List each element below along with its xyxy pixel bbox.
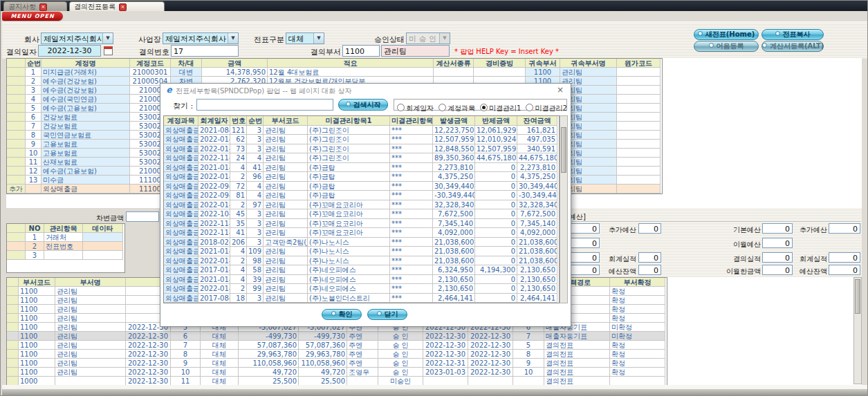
cell: 2,273,810 — [517, 163, 557, 173]
budget-left-r3v2[interactable]: 0 — [638, 252, 661, 263]
radio-option-1[interactable]: 계정과목 — [438, 104, 475, 113]
cell: 관리팀 — [55, 287, 126, 296]
chevron-down-icon[interactable]: ▼ — [102, 33, 113, 44]
budget-right-r2v1[interactable]: 0 — [762, 238, 793, 248]
site-select[interactable]: 제일저지주식회사▼ — [163, 32, 239, 44]
radio-icon[interactable] — [397, 104, 405, 111]
table-row[interactable]: 외상매출금2022-01-31733관리팀(주)그린조이***12,848,55… — [164, 144, 559, 154]
menu-open-badge[interactable]: MENU OPEN — [2, 12, 63, 21]
tab-notice[interactable]: 공지사항× — [3, 1, 67, 11]
header-cell: 금액 — [202, 59, 268, 68]
table-row[interactable]: 외상매출금2021-01-004109관리팀(주)나노시스***21,038,6… — [164, 247, 559, 256]
cell: 외상매출금 — [164, 209, 198, 219]
cell — [7, 95, 26, 104]
budget-left-r1v2[interactable]: 0 — [638, 223, 661, 234]
find-input[interactable] — [196, 99, 333, 111]
dialog-title-bar[interactable]: e 전표세부항목(SPNDCDPop) 팝업 -- 웹 페이지 대화 상자 × — [160, 84, 571, 97]
table-row[interactable]: 1100관리팀2022-12-309대체110,058,960110,058,9… — [7, 359, 667, 368]
slip-type-select[interactable]: 대체▼ — [286, 32, 324, 44]
table-row[interactable]: 외상매출금2022-01-31623관리팀(주)그린조이***12,507,95… — [164, 135, 559, 144]
cell: 7,672,500 — [517, 209, 557, 219]
button-label: 확인 — [339, 310, 353, 318]
header-cell: 계정과목 — [164, 116, 198, 126]
cell: 4 — [230, 265, 247, 275]
cell: 73 — [230, 144, 247, 154]
budget-right-r4v1[interactable]: 0 — [762, 265, 793, 275]
table-row[interactable]: 외상매출금2022-01-00296관리팀(주)금탑***4,375,25004… — [164, 172, 559, 182]
cell: 4 — [247, 182, 264, 191]
table-row[interactable]: 1100관리팀2022-12-3010대체49,72049,720조영우승 인2… — [7, 368, 667, 377]
bottom-grid-scrollbar[interactable] — [853, 277, 862, 384]
radio-selected-icon[interactable] — [480, 104, 488, 111]
cell: 0 — [475, 182, 517, 191]
table-row[interactable]: 1미지급금(거래처)21000301대변14,378,95012월 4대보험료1… — [7, 68, 662, 77]
tab-slip-register[interactable]: 결의전표등록× — [69, 1, 165, 11]
dept-label: 결의부서 — [309, 47, 341, 57]
table-row[interactable]: 외상매출금2017-01-00458관리팀(주)네오피에스***6,324,95… — [164, 265, 559, 275]
budget-left-r4v2[interactable]: 0 — [638, 265, 661, 275]
copy-slip-button[interactable]: 전표복사 — [761, 29, 824, 40]
table-row[interactable]: 외상매출금2022-11-30244관리팀(주)그린조이***89,350,36… — [164, 153, 559, 163]
cell: 2023-01-03 — [423, 368, 468, 377]
calendar-icon[interactable] — [104, 46, 113, 55]
table-row[interactable]: 외상매출금2022-11-30413관리팀(주)꼬매요코리아***4,092,0… — [164, 228, 559, 238]
popup-grid: 계정과목회계일자번호순번부서코드미결관리항목1미결관리항목2발생금액반제금액잔여… — [163, 115, 560, 303]
table-row[interactable]: 외상매출금2022-01-00297관리팀(주)꼬매요코리아***32,328,… — [164, 200, 559, 210]
dialog-close-button[interactable]: 닫기 — [367, 309, 407, 320]
table-row[interactable]: 외상매출금2022-01-00298관리팀(주)나노시스***21,038,60… — [164, 256, 559, 266]
cell: 관리팀 — [264, 163, 308, 173]
budget-right-r3v1[interactable]: 0 — [762, 252, 793, 263]
table-row[interactable]: 1거래처 — [7, 233, 124, 242]
close-icon[interactable]: × — [555, 85, 565, 95]
tab-close-icon[interactable]: × — [119, 3, 127, 11]
budget-right-r1v1[interactable]: 0 — [762, 223, 793, 234]
table-row[interactable]: 외상매출금2021-01-00439관리팀(주)네오피에스***2,130,65… — [164, 275, 559, 285]
table-row[interactable]: 2전표번호 — [7, 242, 124, 251]
new-slip-button[interactable]: 새전표(Home) — [694, 29, 759, 40]
radio-icon[interactable] — [438, 104, 446, 111]
cell: 2022-12-31 — [423, 359, 468, 368]
table-row[interactable]: 외상매출금2018-02-282063고객만족2팀(J2(주)나노시스***21… — [164, 238, 559, 247]
dept-code-input[interactable] — [342, 45, 380, 57]
budget-right-r4v2[interactable]: 0 — [829, 265, 860, 275]
radio-option-2[interactable]: 미결관리1 — [480, 104, 521, 113]
debit-amount-input[interactable] — [126, 211, 159, 222]
table-row[interactable]: 외상매출금2022-01-00299관리팀(주)네오피에스***2,130,65… — [164, 284, 559, 294]
chevron-down-icon[interactable]: ▼ — [313, 33, 324, 44]
cell: 2,130,650 — [517, 284, 557, 294]
radio-icon[interactable] — [526, 104, 533, 111]
cell: 미수금 — [41, 176, 130, 185]
popup-grid-scrollbar[interactable] — [560, 115, 568, 303]
cell: *** — [390, 247, 433, 256]
cell — [434, 68, 474, 77]
table-row[interactable]: 외상매출금2022-10-31453관리팀(주)꼬매요코리아***7,672,5… — [164, 209, 559, 219]
header-cell: 잔여금액 — [517, 116, 557, 126]
chevron-down-icon[interactable]: ▼ — [228, 33, 238, 44]
date-field[interactable]: 2022-12-30 — [38, 45, 101, 57]
table-row[interactable]: 3 — [7, 251, 124, 260]
ok-button[interactable]: 확인 — [322, 309, 362, 320]
cell: 승 인 — [378, 368, 423, 377]
table-row[interactable]: 외상매출금2022-11-30353관리팀(주)꼬매요코리아***7,345,1… — [164, 219, 559, 229]
cell: 2,130,650 — [517, 265, 557, 275]
cell: 확정 — [610, 341, 665, 350]
cell: 1 — [26, 233, 44, 242]
table-row[interactable]: 외상매출금2022-09-30814관리팀(주)금탑***-30,349,440… — [164, 191, 559, 200]
radio-option-0[interactable]: 회계일자 — [397, 104, 434, 113]
cell: 4,375,250 — [517, 172, 557, 182]
radio-option-3[interactable]: 미결관리2 — [526, 104, 566, 113]
tab-close-icon[interactable]: × — [39, 3, 47, 11]
budget-right-r3v2[interactable]: 0 — [829, 252, 860, 263]
company-select[interactable]: 제일저지주식회사▼ — [41, 32, 113, 44]
cell: 4,375,250 — [433, 172, 475, 182]
table-row[interactable]: 1100관리팀2022-12-307대체57,087,36057,087,360… — [7, 341, 667, 350]
table-row[interactable]: 1100관리팀2022-12-308대체29,963,78029,963,780… — [7, 350, 667, 359]
table-row[interactable]: 1100관리팀2022-12-306대체-499,730-499,730주엔승 … — [7, 332, 667, 341]
search-button[interactable]: 검색시작 — [338, 99, 388, 111]
table-row[interactable]: 외상매출금2021-08-311213관리팀(주)그린조이***12,223,7… — [164, 126, 559, 135]
table-row[interactable]: 외상매출금2022-09-30724관리팀(주)금탑***30,349,4400… — [164, 182, 559, 191]
table-row[interactable]: 외상매출금2021-01-00441관리팀(주)금탑***2,273,81002… — [164, 163, 559, 173]
budget-right-r1v2[interactable]: 0 — [829, 223, 860, 234]
table-row[interactable]: 외상매출금2017-08-01183관리팀(주)노블인더스트리***2,464,… — [164, 294, 559, 303]
slip-no-input[interactable] — [171, 45, 239, 57]
